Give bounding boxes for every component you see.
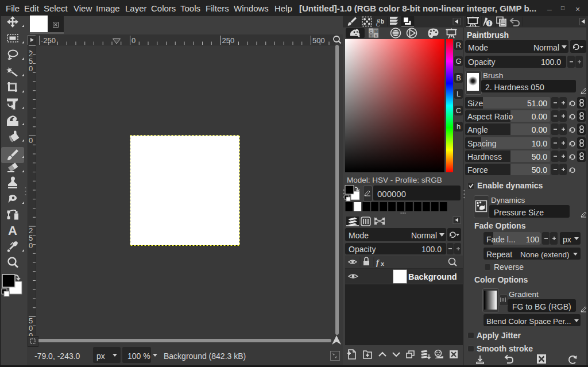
svg-text:C: C [376, 21, 380, 28]
svg-text:b: b [381, 18, 384, 25]
svg-text:x: x [381, 260, 385, 267]
svg-text:f: f [376, 258, 380, 267]
svg-text:i: i [489, 21, 490, 26]
svg-text:K: K [375, 34, 378, 38]
svg-text:C: C [369, 29, 372, 33]
svg-text:Y: Y [370, 34, 373, 38]
svg-text:A: A [8, 223, 17, 238]
svg-text:M: M [374, 29, 378, 33]
